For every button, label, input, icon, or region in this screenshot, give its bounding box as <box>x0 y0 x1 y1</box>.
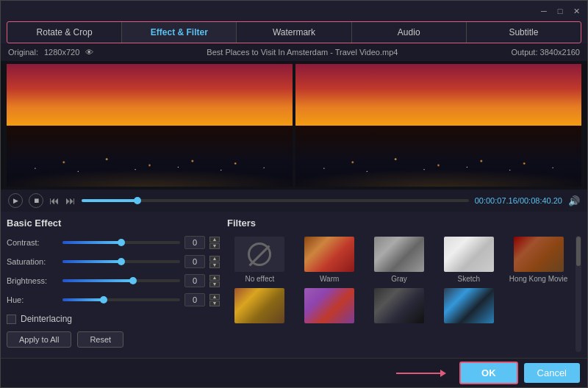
effects-panel: Basic Effect Contrast: 0 ▲ ▼ Saturation: <box>7 218 220 352</box>
hue-down[interactable]: ▼ <box>209 301 220 306</box>
hue-up[interactable]: ▲ <box>209 294 220 300</box>
scroll-thumb <box>576 237 581 266</box>
deinterlacing-label: Deinterlacing <box>21 314 72 324</box>
arrow-indicator <box>8 370 453 377</box>
time-display: 00:00:07.16/00:08:40.20 <box>475 196 562 205</box>
filter-no-effect[interactable]: No effect <box>227 236 293 283</box>
preview-area <box>1 61 587 190</box>
info-bar: Original: 1280x720 👁 Best Places to Visi… <box>1 43 587 61</box>
close-button[interactable]: ✕ <box>571 6 581 16</box>
effects-title: Basic Effect <box>7 218 220 229</box>
preview-original <box>7 64 293 187</box>
minimize-button[interactable]: ─ <box>539 6 549 16</box>
filter-item-7[interactable] <box>367 287 432 326</box>
next-button[interactable]: ⏭ <box>65 195 76 206</box>
brightness-slider[interactable] <box>62 279 180 282</box>
brightness-label: Brightness: <box>7 276 58 285</box>
filter-warm-label: Warm <box>320 275 339 283</box>
filter-item-8[interactable] <box>436 287 501 326</box>
tab-watermark[interactable]: Watermark <box>237 22 351 43</box>
hue-label: Hue: <box>7 295 58 304</box>
filter-sketch-label: Sketch <box>458 275 481 283</box>
original-resolution: 1280x720 <box>44 48 79 57</box>
saturation-up[interactable]: ▲ <box>209 256 220 262</box>
hue-value[interactable]: 0 <box>184 293 205 306</box>
tab-subtitle[interactable]: Subtitle <box>467 22 581 43</box>
saturation-down[interactable]: ▼ <box>209 262 220 268</box>
filter-no-effect-label: No effect <box>245 275 274 283</box>
tab-bar: Rotate & Crop Effect & Filter Watermark … <box>7 21 581 43</box>
filter-gray[interactable]: Gray <box>367 236 432 283</box>
saturation-label: Saturation: <box>7 257 58 266</box>
eye-icon[interactable]: 👁 <box>85 48 93 57</box>
brightness-down[interactable]: ▼ <box>209 281 220 287</box>
filter-scrollbar[interactable] <box>576 236 581 352</box>
saturation-row: Saturation: 0 ▲ ▼ <box>7 255 220 268</box>
hue-row: Hue: 0 ▲ ▼ <box>7 293 220 306</box>
filters-panel: Filters No effect <box>227 218 581 352</box>
hue-slider[interactable] <box>62 298 180 301</box>
apply-all-button[interactable]: Apply to All <box>7 331 71 348</box>
brightness-row: Brightness: 0 ▲ ▼ <box>7 274 220 287</box>
output-resolution: 3840x2160 <box>540 48 580 57</box>
progress-fill <box>82 199 137 202</box>
filters-title: Filters <box>227 218 581 229</box>
contrast-down[interactable]: ▼ <box>209 243 220 249</box>
maximize-button[interactable]: □ <box>555 6 565 16</box>
contrast-row: Contrast: 0 ▲ ▼ <box>7 236 220 249</box>
stop-button[interactable]: ⏹ <box>29 193 43 208</box>
preview-output <box>295 64 581 187</box>
title-bar: ─ □ ✕ <box>1 1 587 21</box>
main-window: ─ □ ✕ Rotate & Crop Effect & Filter Wate… <box>0 0 588 388</box>
filename-label: Best Places to Visit In Amsterdam - Trav… <box>207 48 398 57</box>
prev-button[interactable]: ⏮ <box>49 195 60 206</box>
footer: OK Cancel <box>1 358 587 387</box>
contrast-spinner: ▲ ▼ <box>209 237 220 249</box>
filter-item-5[interactable] <box>227 287 293 326</box>
tab-effect-filter[interactable]: Effect & Filter <box>122 22 237 43</box>
output-label: Output: <box>511 48 537 57</box>
filter-sketch[interactable]: Sketch <box>436 236 501 283</box>
original-label: Original: <box>8 48 38 57</box>
filter-hk-movie[interactable]: Hong Kong Movie <box>506 236 571 283</box>
arrow-line <box>396 373 440 374</box>
filters-grid-row1: No effect Warm <box>227 236 571 283</box>
deinterlacing-row: Deinterlacing <box>7 314 220 324</box>
saturation-value[interactable]: 0 <box>184 255 205 268</box>
brightness-up[interactable]: ▲ <box>209 275 220 281</box>
deinterlacing-checkbox[interactable] <box>7 315 16 324</box>
contrast-label: Contrast: <box>7 238 58 247</box>
contrast-value[interactable]: 0 <box>184 236 205 249</box>
saturation-slider[interactable] <box>62 260 180 263</box>
filters-grid-row2 <box>227 287 571 326</box>
arrow-head <box>440 370 446 377</box>
filter-warm[interactable]: Warm <box>297 236 362 283</box>
volume-icon[interactable]: 🔊 <box>568 195 580 206</box>
hue-spinner: ▲ ▼ <box>209 294 220 306</box>
filter-item-6[interactable] <box>297 287 362 326</box>
progress-track[interactable] <box>82 199 469 202</box>
playback-bar: ▶ ⏹ ⏮ ⏭ 00:00:07.16/00:08:40.20 🔊 <box>1 190 587 212</box>
tab-audio[interactable]: Audio <box>352 22 467 43</box>
effect-buttons: Apply to All Reset <box>7 331 220 348</box>
progress-thumb <box>134 197 141 204</box>
filter-hk-label: Hong Kong Movie <box>509 275 568 283</box>
main-content: Basic Effect Contrast: 0 ▲ ▼ Saturation: <box>1 212 587 358</box>
filter-gray-label: Gray <box>391 275 407 283</box>
cancel-button[interactable]: Cancel <box>524 363 580 383</box>
brightness-spinner: ▲ ▼ <box>209 275 220 287</box>
contrast-slider[interactable] <box>62 241 180 244</box>
play-button[interactable]: ▶ <box>8 193 23 208</box>
saturation-spinner: ▲ ▼ <box>209 256 220 268</box>
tab-rotate-crop[interactable]: Rotate & Crop <box>7 22 122 43</box>
reset-button[interactable]: Reset <box>77 331 123 348</box>
ok-button[interactable]: OK <box>459 362 518 384</box>
brightness-value[interactable]: 0 <box>184 274 205 287</box>
contrast-up[interactable]: ▲ <box>209 237 220 242</box>
